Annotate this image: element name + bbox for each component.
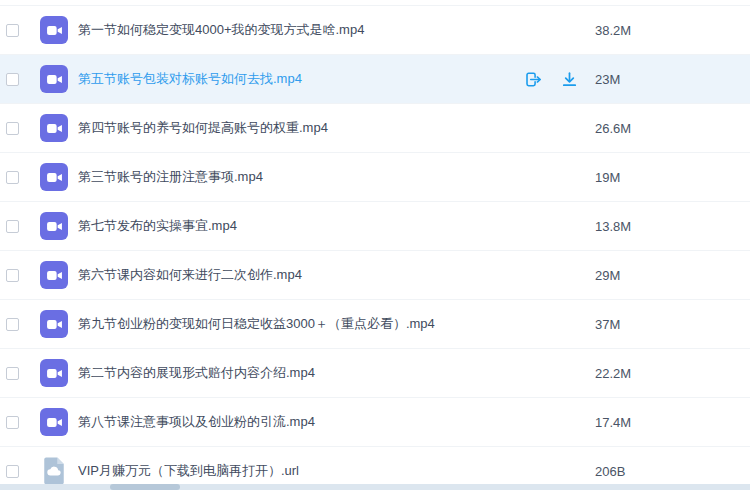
file-name-link[interactable]: 第七节发布的实操事宜.mp4: [78, 217, 523, 235]
row-checkbox[interactable]: [6, 73, 19, 86]
video-file-icon: [40, 163, 68, 191]
file-size: 22.2M: [595, 366, 750, 381]
download-icon: [560, 70, 579, 89]
file-row[interactable]: 第五节账号包装对标账号如何去找.mp4 23M: [0, 55, 750, 104]
share-forward-icon: [524, 70, 543, 89]
video-file-icon: [40, 359, 68, 387]
file-row[interactable]: 第七节发布的实操事宜.mp4 13.8M: [0, 202, 750, 251]
video-file-icon: [40, 310, 68, 338]
video-file-icon: [40, 65, 68, 93]
file-size: 29M: [595, 268, 750, 283]
file-size: 206B: [595, 464, 750, 479]
file-row[interactable]: 第六节课内容如何来进行二次创作.mp4 29M: [0, 251, 750, 300]
video-file-icon: [40, 408, 68, 436]
row-checkbox[interactable]: [6, 171, 19, 184]
download-icon-button[interactable]: [559, 69, 579, 89]
row-actions: [523, 69, 595, 89]
file-size: 13.8M: [595, 219, 750, 234]
file-row[interactable]: 第三节账号的注册注意事项.mp4 19M: [0, 153, 750, 202]
file-name-link[interactable]: 第五节账号包装对标账号如何去找.mp4: [78, 70, 523, 88]
row-checkbox[interactable]: [6, 318, 19, 331]
file-size: 19M: [595, 170, 750, 185]
row-checkbox[interactable]: [6, 416, 19, 429]
file-size: 17.4M: [595, 415, 750, 430]
file-name-link[interactable]: 第六节课内容如何来进行二次创作.mp4: [78, 266, 523, 284]
horizontal-scrollbar-track[interactable]: [0, 484, 750, 490]
file-name-link[interactable]: VIP月赚万元（下载到电脑再打开）.url: [78, 462, 523, 480]
file-name-link[interactable]: 第八节课注意事项以及创业粉的引流.mp4: [78, 413, 523, 431]
file-row[interactable]: 第八节课注意事项以及创业粉的引流.mp4 17.4M: [0, 398, 750, 447]
url-file-icon: [40, 457, 68, 485]
row-checkbox[interactable]: [6, 465, 19, 478]
file-row[interactable]: 第九节创业粉的变现如何日稳定收益3000＋（重点必看）.mp4 37M: [0, 300, 750, 349]
horizontal-scrollbar-thumb[interactable]: [110, 484, 180, 490]
share-icon-button[interactable]: [523, 69, 543, 89]
row-checkbox[interactable]: [6, 220, 19, 233]
row-checkbox[interactable]: [6, 122, 19, 135]
row-checkbox[interactable]: [6, 24, 19, 37]
file-name-link[interactable]: 第四节账号的养号如何提高账号的权重.mp4: [78, 119, 523, 137]
file-name-link[interactable]: 第二节内容的展现形式赔付内容介绍.mp4: [78, 364, 523, 382]
file-list: 第一节如何稳定变现4000+我的变现方式是啥.mp4 38.2M 第五节账号包装…: [0, 5, 750, 490]
file-size: 38.2M: [595, 23, 750, 38]
file-size: 37M: [595, 317, 750, 332]
file-row[interactable]: 第一节如何稳定变现4000+我的变现方式是啥.mp4 38.2M: [0, 6, 750, 55]
file-name-link[interactable]: 第九节创业粉的变现如何日稳定收益3000＋（重点必看）.mp4: [78, 315, 523, 333]
file-name-link[interactable]: 第三节账号的注册注意事项.mp4: [78, 168, 523, 186]
video-file-icon: [40, 212, 68, 240]
video-file-icon: [40, 114, 68, 142]
file-size: 26.6M: [595, 121, 750, 136]
video-file-icon: [40, 261, 68, 289]
file-row[interactable]: 第二节内容的展现形式赔付内容介绍.mp4 22.2M: [0, 349, 750, 398]
row-checkbox[interactable]: [6, 367, 19, 380]
file-size: 23M: [595, 72, 750, 87]
file-row[interactable]: 第四节账号的养号如何提高账号的权重.mp4 26.6M: [0, 104, 750, 153]
file-name-link[interactable]: 第一节如何稳定变现4000+我的变现方式是啥.mp4: [78, 21, 523, 39]
row-checkbox[interactable]: [6, 269, 19, 282]
video-file-icon: [40, 16, 68, 44]
